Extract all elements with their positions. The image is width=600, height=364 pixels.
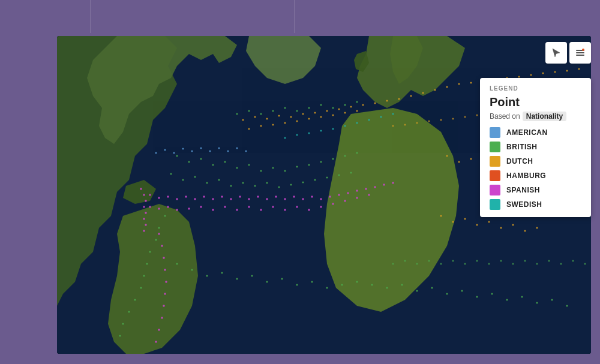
svg-point-74 [149, 251, 151, 253]
svg-point-196 [163, 305, 165, 307]
col-separator-2 [294, 0, 295, 33]
svg-point-40 [281, 278, 283, 280]
svg-point-123 [470, 158, 472, 160]
svg-point-173 [176, 209, 178, 211]
svg-point-11 [296, 166, 298, 168]
svg-point-87 [302, 113, 304, 115]
svg-point-30 [326, 177, 328, 179]
svg-point-226 [227, 151, 229, 152]
svg-point-84 [266, 118, 268, 120]
svg-point-73 [155, 239, 157, 241]
svg-point-114 [284, 122, 286, 124]
legend-item-label: HAMBURG [506, 172, 546, 180]
svg-point-115 [296, 121, 298, 122]
svg-point-67 [320, 104, 322, 106]
svg-point-39 [266, 281, 268, 283]
svg-point-50 [431, 287, 433, 289]
svg-point-249 [428, 260, 430, 262]
legend-color-swatch [490, 185, 500, 195]
svg-point-118 [332, 115, 334, 116]
legend-color-swatch [490, 142, 500, 152]
svg-point-201 [143, 194, 145, 196]
svg-point-56 [521, 296, 523, 298]
svg-point-254 [488, 263, 490, 265]
legend-color-swatch [490, 156, 500, 167]
svg-point-89 [326, 110, 328, 112]
cursor-button[interactable] [545, 42, 567, 64]
svg-point-214 [356, 122, 358, 124]
svg-point-166 [365, 188, 367, 190]
svg-point-235 [464, 116, 466, 118]
svg-point-77 [140, 287, 142, 289]
svg-point-16 [356, 152, 358, 154]
svg-point-266 [582, 49, 584, 51]
legend-item-label: DUTCH [506, 157, 533, 166]
svg-point-223 [200, 148, 202, 149]
svg-point-94 [386, 100, 388, 102]
svg-point-189 [368, 194, 370, 196]
svg-point-48 [401, 284, 403, 286]
svg-point-92 [362, 104, 364, 106]
svg-point-179 [248, 206, 250, 208]
svg-point-2 [188, 161, 190, 163]
svg-point-215 [368, 119, 370, 121]
legend-color-swatch [490, 127, 500, 138]
svg-point-202 [145, 200, 147, 202]
svg-point-253 [476, 260, 478, 262]
svg-point-186 [332, 203, 334, 205]
svg-point-175 [200, 206, 202, 208]
svg-point-164 [347, 192, 349, 194]
svg-point-250 [440, 263, 442, 265]
legend-item: AMERICAN [490, 127, 581, 138]
svg-point-35 [206, 275, 208, 277]
legend-item-label: AMERICAN [506, 128, 548, 137]
svg-point-159 [302, 198, 304, 200]
svg-point-193 [164, 269, 166, 271]
svg-point-29 [314, 179, 316, 181]
svg-point-151 [230, 198, 232, 200]
svg-point-26 [278, 186, 280, 188]
svg-point-168 [383, 183, 385, 186]
svg-point-121 [446, 155, 448, 157]
svg-point-28 [302, 182, 304, 183]
svg-point-75 [146, 263, 148, 265]
svg-point-117 [320, 116, 322, 118]
svg-point-137 [488, 221, 490, 223]
svg-point-232 [428, 121, 430, 122]
svg-point-34 [191, 269, 193, 271]
svg-point-208 [284, 137, 286, 139]
svg-point-236 [476, 115, 478, 116]
svg-point-195 [164, 293, 166, 295]
svg-point-65 [296, 110, 298, 112]
svg-point-7 [248, 164, 250, 166]
svg-point-15 [344, 155, 346, 157]
svg-point-111 [248, 128, 250, 130]
svg-point-97 [422, 92, 424, 94]
svg-point-211 [320, 130, 322, 132]
svg-point-66 [308, 107, 310, 109]
svg-point-58 [551, 299, 553, 301]
svg-point-93 [374, 103, 376, 104]
svg-point-8 [260, 170, 262, 172]
svg-point-12 [308, 164, 310, 166]
svg-point-246 [392, 263, 394, 265]
svg-point-62 [260, 113, 262, 115]
svg-point-197 [161, 317, 163, 319]
svg-point-109 [566, 70, 568, 72]
svg-point-224 [209, 151, 211, 152]
svg-point-100 [458, 83, 460, 85]
svg-point-69 [344, 104, 346, 106]
svg-point-27 [290, 184, 292, 186]
svg-point-209 [296, 134, 298, 136]
svg-point-49 [416, 290, 418, 292]
col-separator-1 [90, 0, 91, 33]
svg-point-24 [254, 185, 256, 187]
svg-point-143 [158, 197, 160, 199]
svg-point-38 [251, 275, 253, 277]
legend-color-swatch [490, 170, 500, 181]
svg-point-6 [236, 167, 238, 169]
layers-button[interactable] [569, 42, 591, 64]
svg-point-205 [143, 218, 145, 220]
svg-point-53 [476, 296, 478, 298]
svg-point-136 [476, 224, 478, 226]
